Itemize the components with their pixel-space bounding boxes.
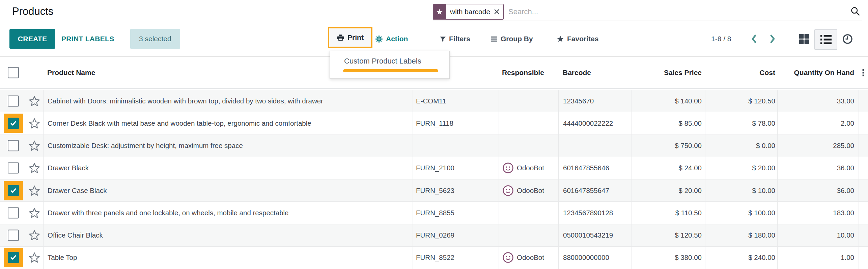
cost-cell[interactable]: $ 120.50	[705, 90, 777, 112]
filters-button[interactable]: Filters	[440, 29, 470, 49]
table-row: Corner Desk Black with metal base and wo…	[0, 112, 868, 134]
cost-cell[interactable]: $ 0.00	[705, 135, 777, 157]
responsible-cell[interactable]: OdooBot	[499, 179, 558, 201]
sales-price-cell[interactable]: $ 20.00	[632, 179, 705, 201]
barcode-cell[interactable]: 601647855647	[558, 179, 632, 201]
menu-item-custom-product-labels[interactable]: Custom Product Labels	[344, 57, 449, 66]
quantity-on-hand-cell[interactable]: 33.00	[777, 90, 859, 112]
create-button[interactable]: CREATE	[9, 29, 55, 49]
row-checkbox[interactable]	[8, 95, 19, 106]
product-name-cell[interactable]: Customizable Desk: adjustment by height,…	[43, 135, 413, 157]
cost-cell[interactable]: $ 20.00	[705, 157, 777, 179]
cost-cell[interactable]: $ 100.00	[705, 202, 777, 224]
print-menu-button[interactable]: Print	[328, 27, 372, 48]
barcode-cell[interactable]: 880000000000	[558, 247, 632, 269]
table-row: Cabinet with Doors: minimalistic wooden …	[0, 90, 868, 112]
responsible-cell[interactable]	[499, 112, 558, 134]
facet-remove-icon[interactable]	[494, 9, 499, 14]
reference-cell[interactable]: FURN_5623	[413, 179, 499, 201]
product-name-cell[interactable]: Office Chair Black	[43, 224, 413, 246]
sales-price-cell[interactable]: $ 750.00	[632, 135, 705, 157]
barcode-cell[interactable]	[558, 135, 632, 157]
row-checkbox[interactable]	[8, 230, 19, 241]
cost-cell[interactable]: $ 240.00	[705, 247, 777, 269]
favorites-button[interactable]: Favorites	[557, 29, 598, 49]
column-header-responsible[interactable]: Responsible	[499, 57, 558, 88]
quantity-on-hand-cell[interactable]: 1.00	[777, 247, 859, 269]
barcode-cell[interactable]: 601647855646	[558, 157, 632, 179]
sales-price-cell[interactable]: $ 380.00	[632, 247, 705, 269]
column-header-barcode[interactable]: Barcode	[558, 57, 632, 88]
reference-cell[interactable]	[413, 135, 499, 157]
group-by-button[interactable]: Group By	[491, 29, 533, 49]
favorite-star-icon[interactable]	[29, 95, 40, 107]
sales-price-cell[interactable]: $ 110.50	[632, 202, 705, 224]
responsible-cell[interactable]	[499, 90, 558, 112]
product-name-cell[interactable]: Corner Desk Black with metal base and wo…	[43, 112, 413, 134]
print-labels-button[interactable]: PRINT LABELS	[61, 29, 114, 49]
row-checkbox[interactable]	[8, 207, 19, 218]
favorite-star-icon[interactable]	[29, 162, 40, 174]
cost-cell[interactable]: $ 78.00	[705, 112, 777, 134]
activity-view-button[interactable]	[838, 29, 857, 49]
select-all-checkbox[interactable]	[8, 67, 19, 78]
search-facet-with-barcode[interactable]: with barcode	[433, 4, 504, 20]
favorite-star-icon[interactable]	[29, 252, 40, 263]
reference-cell[interactable]: FURN_1118	[413, 112, 499, 134]
pager-previous-button[interactable]	[746, 29, 762, 49]
column-header-cost[interactable]: Cost	[705, 57, 777, 88]
row-checkbox[interactable]	[8, 118, 19, 129]
quantity-on-hand-cell[interactable]: 285.00	[777, 135, 859, 157]
reference-cell[interactable]: FURN_0269	[413, 224, 499, 246]
product-name-cell[interactable]: Drawer with three panels and one lockabl…	[43, 202, 413, 224]
search-input[interactable]	[508, 7, 850, 16]
optional-columns-icon[interactable]	[859, 57, 868, 88]
sales-price-cell[interactable]: $ 140.00	[632, 90, 705, 112]
sales-price-cell[interactable]: $ 120.50	[632, 224, 705, 246]
row-checkbox[interactable]	[8, 185, 19, 196]
barcode-cell[interactable]: 12345670	[558, 90, 632, 112]
quantity-on-hand-cell[interactable]: 36.00	[777, 157, 859, 179]
search-icon[interactable]	[850, 6, 860, 18]
product-name-cell[interactable]: Cabinet with Doors: minimalistic wooden …	[43, 90, 413, 112]
quantity-on-hand-cell[interactable]: 183.00	[777, 202, 859, 224]
quantity-on-hand-cell[interactable]: 2.00	[777, 112, 859, 134]
odoobot-avatar	[502, 185, 514, 196]
pager-next-button[interactable]	[764, 29, 781, 49]
favorite-star-icon[interactable]	[29, 207, 40, 219]
responsible-cell[interactable]	[499, 135, 558, 157]
barcode-cell[interactable]: 1234567890128	[558, 202, 632, 224]
responsible-cell[interactable]	[499, 202, 558, 224]
product-name-cell[interactable]: Table Top	[43, 247, 413, 269]
column-header-sales-price[interactable]: Sales Price	[632, 57, 705, 88]
list-view-button-active[interactable]	[814, 29, 837, 50]
pager-counter: 1-8 / 8	[711, 29, 731, 49]
quantity-on-hand-cell[interactable]: 36.00	[777, 179, 859, 201]
favorite-star-icon[interactable]	[29, 185, 40, 196]
column-header-quantity-on-hand[interactable]: Quantity On Hand	[777, 57, 859, 88]
cost-cell[interactable]: $ 180.00	[705, 224, 777, 246]
sales-price-cell[interactable]: $ 85.00	[632, 112, 705, 134]
favorite-star-icon[interactable]	[29, 140, 40, 151]
sales-price-cell[interactable]: $ 24.00	[632, 157, 705, 179]
reference-cell[interactable]: FURN_8855	[413, 202, 499, 224]
responsible-cell[interactable]: OdooBot	[499, 157, 558, 179]
row-checkbox[interactable]	[8, 140, 19, 151]
product-name-cell[interactable]: Drawer Case Black	[43, 179, 413, 201]
row-checkbox[interactable]	[8, 252, 19, 263]
favorite-star-icon[interactable]	[29, 118, 40, 129]
reference-cell[interactable]: E-COM11	[413, 90, 499, 112]
barcode-cell[interactable]: 4444000022222	[558, 112, 632, 134]
product-name-cell[interactable]: Drawer Black	[43, 157, 413, 179]
action-menu-button[interactable]: Action	[375, 29, 408, 49]
kanban-view-button[interactable]	[793, 29, 814, 49]
reference-cell[interactable]: FURN_2100	[413, 157, 499, 179]
row-checkbox[interactable]	[8, 163, 19, 174]
reference-cell[interactable]: FURN_8522	[413, 247, 499, 269]
quantity-on-hand-cell[interactable]: 10.00	[777, 224, 859, 246]
barcode-cell[interactable]: 0500010543219	[558, 224, 632, 246]
cost-cell[interactable]: $ 10.00	[705, 179, 777, 201]
responsible-cell[interactable]: OdooBot	[499, 247, 558, 269]
favorite-star-icon[interactable]	[29, 229, 40, 241]
responsible-cell[interactable]	[499, 224, 558, 246]
